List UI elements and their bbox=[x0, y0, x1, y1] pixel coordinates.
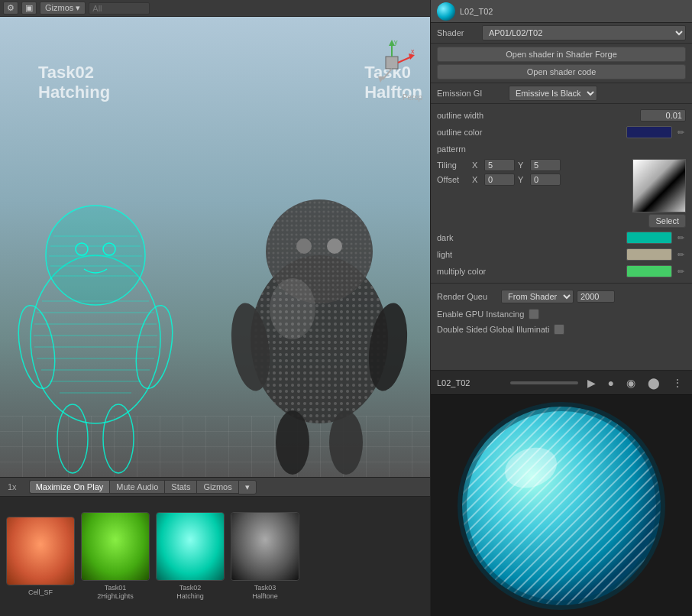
stats-button[interactable]: Stats bbox=[164, 480, 196, 494]
double-sided-label: Double Sided Global Illuminati bbox=[437, 325, 549, 334]
outline-width-row: outline width bbox=[431, 107, 692, 124]
light-label: light bbox=[437, 250, 623, 259]
outline-color-swatch[interactable] bbox=[626, 126, 672, 138]
asset-thumb-2 bbox=[156, 512, 225, 581]
play-scale: 1x bbox=[3, 482, 21, 491]
outline-width-input[interactable] bbox=[640, 109, 686, 122]
persp-label: Persp bbox=[403, 93, 422, 102]
dark-row: dark ✏ bbox=[431, 229, 692, 246]
outline-color-edit-icon[interactable]: ✏ bbox=[675, 128, 686, 138]
render-queue-value[interactable] bbox=[577, 290, 615, 303]
offset-label: Offset bbox=[437, 175, 469, 184]
play-toolbar: 1x Maximize On Play Mute Audio Stats Giz… bbox=[0, 477, 430, 497]
outline-color-label: outline color bbox=[437, 128, 623, 137]
more-preview-button[interactable]: ⋮ bbox=[669, 375, 686, 391]
svg-line-3 bbox=[398, 57, 412, 63]
more-play-button[interactable]: ▾ bbox=[238, 480, 257, 494]
light-color-swatch[interactable] bbox=[626, 248, 672, 261]
svg-line-5 bbox=[383, 69, 392, 79]
asset-thumb-0 bbox=[6, 517, 75, 585]
task-label-left: Task02 Hatching bbox=[38, 63, 110, 103]
x-axis-label: x bbox=[411, 47, 415, 55]
search-input[interactable] bbox=[89, 2, 150, 15]
material-bottom-bar: L02_T02 ▶ ● ◉ ⬤ ⋮ bbox=[431, 370, 692, 394]
camera-button[interactable]: ▣ bbox=[21, 2, 37, 15]
svg-point-26 bbox=[103, 404, 134, 473]
double-sided-checkbox[interactable] bbox=[554, 324, 564, 335]
shader-select[interactable]: AP01/L02/T02 bbox=[482, 25, 686, 41]
multiply-row: multiply color ✏ bbox=[431, 263, 692, 280]
scene-toolbar: ⚙ ▣ Gizmos ▾ bbox=[0, 0, 430, 17]
emission-label: Emission GI bbox=[437, 89, 506, 98]
asset-strip: Cell_SF Task012HighLights Task02Hatching… bbox=[0, 497, 430, 616]
render-queue-select[interactable]: From Shader bbox=[501, 290, 574, 303]
color-preview-button[interactable]: ◉ bbox=[623, 375, 639, 391]
thumb-3 bbox=[231, 513, 299, 580]
right-panel: L02_T02 Shader AP01/L02/T02 Open shader … bbox=[430, 0, 692, 616]
svg-point-25 bbox=[57, 404, 88, 473]
asset-thumb-3 bbox=[231, 512, 299, 581]
svg-point-40 bbox=[327, 238, 342, 254]
gizmos-dropdown-icon: ▾ bbox=[76, 3, 80, 12]
gpu-instancing-checkbox[interactable] bbox=[529, 309, 539, 319]
svg-rect-0 bbox=[386, 57, 398, 69]
thumb-2 bbox=[157, 513, 224, 580]
multiply-label: multiply color bbox=[437, 267, 623, 276]
pattern-texture-preview[interactable] bbox=[632, 159, 686, 212]
render-queue-label: Render Queu bbox=[437, 292, 498, 301]
svg-point-39 bbox=[296, 238, 312, 254]
tiling-x-label: X bbox=[472, 160, 481, 170]
offset-row: Offset X Y bbox=[437, 173, 626, 186]
open-code-button[interactable]: Open shader code bbox=[437, 64, 686, 79]
thumb-0 bbox=[7, 517, 74, 585]
emission-select[interactable]: Emissive Is Black bbox=[509, 86, 597, 101]
lighting-preview-button[interactable]: ⬤ bbox=[645, 375, 663, 391]
shader-label: Shader bbox=[437, 28, 479, 37]
outline-color-row: outline color ✏ bbox=[431, 124, 692, 141]
material-sphere-preview bbox=[431, 394, 692, 616]
asset-item-1[interactable]: Task012HighLights bbox=[81, 512, 150, 601]
sphere-preview-button[interactable]: ● bbox=[605, 375, 617, 391]
asset-item-2[interactable]: Task02Hatching bbox=[156, 512, 225, 601]
gizmos-button[interactable]: Gizmos ▾ bbox=[40, 2, 86, 15]
offset-x-label: X bbox=[472, 175, 481, 184]
offset-y-label: Y bbox=[518, 175, 527, 184]
light-edit-icon[interactable]: ✏ bbox=[675, 250, 686, 260]
shader-row: Shader AP01/L02/T02 bbox=[431, 23, 692, 44]
svg-point-37 bbox=[276, 410, 309, 475]
tiling-x-input[interactable] bbox=[484, 159, 515, 171]
mute-audio-button[interactable]: Mute Audio bbox=[109, 480, 164, 494]
emission-row: Emission GI Emissive Is Black bbox=[431, 83, 692, 104]
gizmos-play-button[interactable]: Gizmos bbox=[196, 480, 238, 494]
asset-label-2: Task02Hatching bbox=[176, 584, 204, 601]
svg-point-38 bbox=[329, 410, 363, 475]
gpu-instancing-row: Enable GPU Instancing bbox=[431, 306, 692, 322]
open-forge-button[interactable]: Open shader in Shader Forge bbox=[437, 47, 686, 62]
asset-item-3[interactable]: Task03Halftone bbox=[231, 512, 299, 601]
double-sided-row: Double Sided Global Illuminati bbox=[431, 322, 692, 337]
offset-x-input[interactable] bbox=[484, 173, 515, 186]
offset-y-input[interactable] bbox=[530, 173, 561, 186]
maximize-on-play-button[interactable]: Maximize On Play bbox=[29, 480, 110, 494]
asset-item-0[interactable]: Cell_SF bbox=[6, 517, 75, 597]
scene-viewport: Task02 Hatching Task0 Halfton y x bbox=[0, 17, 430, 477]
multiply-color-swatch[interactable] bbox=[626, 265, 672, 277]
tiling-y-label: Y bbox=[518, 160, 527, 170]
tiling-row: Tiling X Y bbox=[437, 159, 626, 171]
tool-settings-button[interactable]: ⚙ bbox=[3, 2, 18, 15]
outline-width-label: outline width bbox=[437, 111, 637, 120]
multiply-edit-icon[interactable]: ✏ bbox=[675, 267, 686, 277]
left-panel: ⚙ ▣ Gizmos ▾ Task02 Hatching Task0 Halft… bbox=[0, 0, 430, 616]
character-cyan bbox=[8, 186, 183, 477]
tiling-y-input[interactable] bbox=[530, 159, 561, 171]
dark-color-swatch[interactable] bbox=[626, 232, 672, 244]
svg-point-8 bbox=[46, 206, 145, 305]
select-button[interactable]: Select bbox=[648, 214, 686, 228]
play-preview-button[interactable]: ▶ bbox=[584, 375, 599, 391]
shader-buttons: Open shader in Shader Forge Open shader … bbox=[431, 44, 692, 83]
material-name-header: L02_T02 bbox=[460, 7, 493, 16]
render-queue-row: Render Queu From Shader bbox=[431, 287, 692, 306]
asset-label-3: Task03Halftone bbox=[252, 584, 278, 601]
dark-edit-icon[interactable]: ✏ bbox=[675, 233, 686, 243]
y-axis-label: y bbox=[394, 38, 398, 46]
